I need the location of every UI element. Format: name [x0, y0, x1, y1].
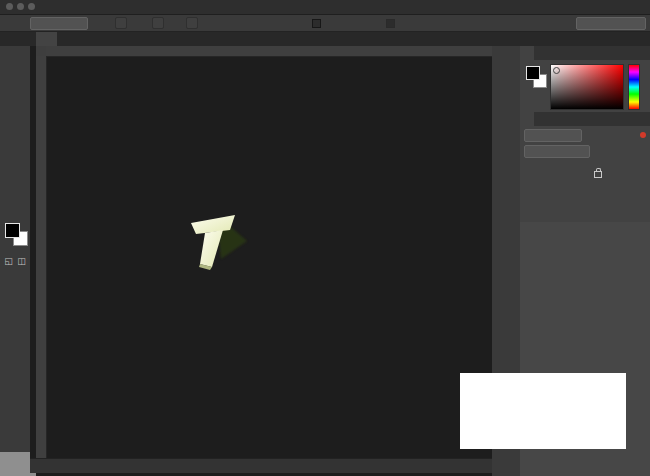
options-bar [0, 15, 650, 32]
make-selection-button[interactable] [115, 17, 127, 29]
workspace-select[interactable] [576, 17, 646, 30]
watermark [460, 373, 626, 449]
status-bar [30, 458, 492, 473]
vertical-ruler[interactable] [36, 56, 47, 458]
auto-add-checkbox[interactable] [312, 19, 321, 28]
make-mask-button[interactable] [152, 17, 164, 29]
blend-mode-select[interactable] [524, 145, 590, 158]
tab-channels[interactable] [556, 112, 570, 126]
letter-t-artwork [188, 213, 252, 277]
horizontal-ruler[interactable] [46, 46, 492, 57]
filter-toggle-icon[interactable] [640, 132, 646, 138]
t-stem [200, 230, 223, 267]
title-bar [0, 0, 650, 15]
photoshop-window: ◱ ◫ [0, 0, 650, 476]
align-edges-checkbox[interactable] [386, 19, 395, 28]
tab-swatches[interactable] [556, 46, 570, 60]
foreground-color-swatch[interactable] [5, 223, 20, 238]
tools-palette: ◱ ◫ [0, 46, 31, 452]
color-marker[interactable] [553, 67, 560, 74]
make-shape-button[interactable] [186, 17, 198, 29]
close-window-button[interactable] [6, 3, 13, 10]
hue-slider[interactable] [628, 64, 640, 110]
lock-all-icon[interactable] [594, 171, 602, 178]
tab-color[interactable] [520, 46, 534, 60]
canvas[interactable] [62, 103, 482, 412]
screen-mode-icon[interactable]: ◫ [15, 254, 28, 268]
foreground-color-swatch[interactable] [526, 66, 540, 80]
tool-mode-select[interactable] [30, 17, 88, 30]
layer-filter-select[interactable] [524, 129, 582, 142]
minimize-window-button[interactable] [17, 3, 24, 10]
document-tab[interactable] [36, 32, 57, 46]
panel-group-tabs [520, 112, 650, 126]
tab-layers[interactable] [520, 112, 534, 126]
document-area [30, 46, 492, 458]
saturation-brightness-field[interactable] [550, 64, 624, 110]
tab-paths[interactable] [590, 112, 604, 126]
document-tab-bar [0, 32, 650, 47]
color-panel [520, 60, 650, 112]
zoom-window-button[interactable] [28, 3, 35, 10]
quick-mask-icon[interactable]: ◱ [2, 254, 15, 268]
